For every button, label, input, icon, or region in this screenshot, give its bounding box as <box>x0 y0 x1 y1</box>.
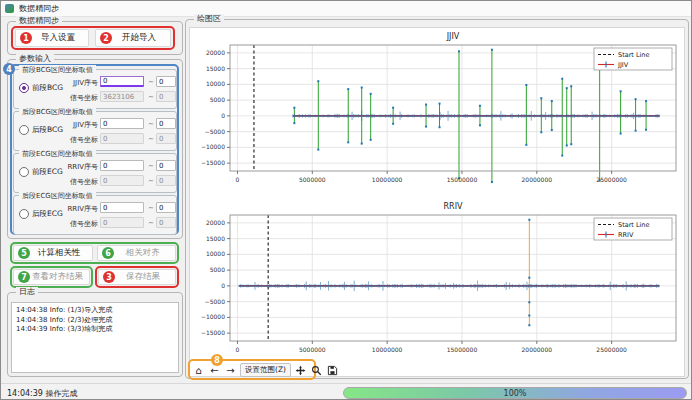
svg-text:JJIV: JJIV <box>617 61 629 69</box>
range-tilde: ~ <box>148 177 154 185</box>
log-entry: 14:04:38 Info: (2/3)处理完成 <box>16 316 174 326</box>
coord-to-input <box>156 91 176 102</box>
svg-text:−10000: −10000 <box>201 143 225 150</box>
set-range-button[interactable]: 设置范围(Z) <box>240 363 291 377</box>
jjiv-chart[interactable]: 0500000010000000150000002000000025000000… <box>190 29 684 189</box>
correlation-align-button[interactable]: 相关对齐 <box>97 245 176 261</box>
index-from-input[interactable] <box>100 118 144 129</box>
progress-bar: 100% <box>343 387 687 399</box>
index-to-input[interactable] <box>156 202 176 213</box>
coord-to-input <box>156 217 176 228</box>
radio-section-2[interactable] <box>19 167 29 177</box>
svg-text:0: 0 <box>221 112 225 119</box>
radio-section-1[interactable] <box>19 125 29 135</box>
svg-text:−15000: −15000 <box>201 159 225 166</box>
svg-text:0: 0 <box>236 176 240 183</box>
title-bar[interactable]: 数据精同步 <box>1 1 691 17</box>
range-tilde: ~ <box>148 93 154 101</box>
range-tilde: ~ <box>148 78 154 86</box>
calc-correlation-button[interactable]: 计算相关性 <box>13 245 93 261</box>
index-to-input[interactable] <box>156 76 176 87</box>
index-label: JJIV序号 <box>54 78 98 88</box>
svg-text:25000000: 25000000 <box>596 176 627 183</box>
svg-text:10000: 10000 <box>206 250 225 257</box>
figure-toolbar: ⌂ ← → 设置范围(Z) <box>192 361 339 379</box>
back-icon[interactable]: ← <box>208 363 221 377</box>
section-box-label: 前段BCG区间坐标取值 <box>19 65 96 75</box>
svg-text:20000: 20000 <box>206 49 225 56</box>
svg-text:20000: 20000 <box>206 219 225 226</box>
coord-from-input <box>100 175 144 186</box>
svg-text:Start Line: Start Line <box>618 51 650 59</box>
coord-to-input <box>156 133 176 144</box>
progress-label: 100% <box>504 389 527 398</box>
section-box-label: 前段ECG区间坐标取值 <box>19 149 96 159</box>
log-entry: 14:04:38 Info: (1/3)导入完成 <box>16 306 174 316</box>
svg-text:5000000: 5000000 <box>299 346 326 353</box>
index-from-input[interactable] <box>100 202 144 213</box>
coord-from-input <box>100 217 144 228</box>
index-label: JJIV序号 <box>54 120 98 130</box>
svg-text:−10000: −10000 <box>201 313 225 320</box>
log-group-label: 日志 <box>16 287 38 297</box>
range-tilde: ~ <box>148 135 154 143</box>
index-to-input[interactable] <box>156 160 176 171</box>
svg-text:15000000: 15000000 <box>447 176 478 183</box>
radio-section-0[interactable] <box>19 83 29 93</box>
range-tilde: ~ <box>148 204 154 212</box>
svg-text:10000000: 10000000 <box>372 176 403 183</box>
coord-label: 信号坐标 <box>54 93 98 103</box>
section-rear-bcg: 后段BCG区间坐标取值 后段BCG JJIV序号 ~ 信号坐标 ~ <box>13 111 177 151</box>
save-icon[interactable] <box>326 363 339 377</box>
save-result-button[interactable]: 保存结果 <box>98 269 176 285</box>
status-text: 14:04:39 操作完成 <box>7 388 77 399</box>
range-tilde: ~ <box>148 120 154 128</box>
app-icon <box>5 4 14 13</box>
svg-text:15000: 15000 <box>206 235 225 242</box>
coord-from-input <box>100 133 144 144</box>
coord-label: 信号坐标 <box>54 135 98 145</box>
zoom-icon[interactable] <box>310 363 323 377</box>
svg-text:5000: 5000 <box>210 266 225 273</box>
index-from-input[interactable] <box>100 160 144 171</box>
home-icon[interactable]: ⌂ <box>192 363 205 377</box>
section-front-ecg: 前段ECG区间坐标取值 前段ECG RRIV序号 ~ 信号坐标 ~ <box>13 153 177 193</box>
svg-text:Start Line: Start Line <box>618 221 650 229</box>
index-from-input[interactable] <box>100 76 144 87</box>
index-label: RRIV序号 <box>54 162 98 172</box>
svg-text:0: 0 <box>236 346 240 353</box>
pan-icon[interactable] <box>294 363 307 377</box>
plot-group-label: 绘图区 <box>194 14 224 24</box>
index-to-input[interactable] <box>156 118 176 129</box>
sync-group-label: 数据精同步 <box>16 16 62 26</box>
start-import-button[interactable]: 开始导入 <box>95 29 171 47</box>
coord-label: 信号坐标 <box>54 177 98 187</box>
svg-text:10000000: 10000000 <box>372 346 403 353</box>
radio-section-3[interactable] <box>19 209 29 219</box>
window-title: 数据精同步 <box>19 3 59 14</box>
svg-text:RRIV: RRIV <box>618 231 634 239</box>
forward-icon[interactable]: → <box>224 363 237 377</box>
coord-to-input <box>156 175 176 186</box>
import-settings-button[interactable]: 导入设置 <box>15 29 89 47</box>
svg-text:RRIV: RRIV <box>444 202 463 211</box>
coord-label: 信号坐标 <box>54 219 98 229</box>
svg-text:15000: 15000 <box>206 65 225 72</box>
status-bar: 14:04:39 操作完成 100% <box>1 383 692 400</box>
view-result-button[interactable]: 查看对齐结果 <box>13 269 90 285</box>
svg-text:−5000: −5000 <box>205 298 225 305</box>
svg-text:−15000: −15000 <box>201 329 225 336</box>
svg-text:−5000: −5000 <box>205 128 225 135</box>
svg-text:25000000: 25000000 <box>596 346 627 353</box>
svg-text:0: 0 <box>221 282 225 289</box>
svg-text:20000000: 20000000 <box>522 346 553 353</box>
svg-text:JJIV: JJIV <box>446 32 460 41</box>
svg-text:10000: 10000 <box>206 80 225 87</box>
rriv-chart[interactable]: 0500000010000000150000002000000025000000… <box>190 199 684 359</box>
params-group-label: 参数输入 <box>16 54 54 64</box>
section-front-bcg: 前段BCG区间坐标取值 前段BCG JJIV序号 ~ 信号坐标 ~ <box>13 69 177 109</box>
log-list[interactable]: 14:04:38 Info: (1/3)导入完成 14:04:38 Info: … <box>11 302 179 373</box>
svg-text:5000: 5000 <box>210 96 225 103</box>
range-tilde: ~ <box>148 219 154 227</box>
section-rear-ecg: 后段ECG区间坐标取值 后段ECG RRIV序号 ~ 信号坐标 ~ <box>13 195 177 235</box>
